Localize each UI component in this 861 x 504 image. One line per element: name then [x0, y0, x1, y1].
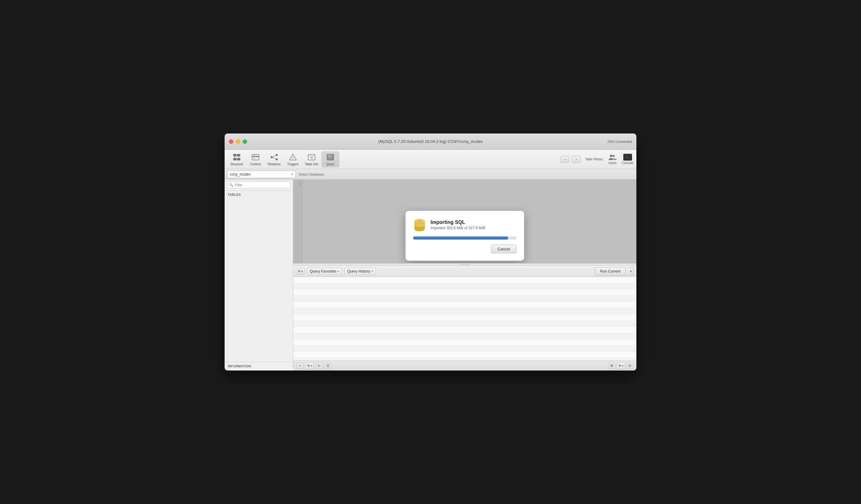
modal-subtitle: Imported 302.6 MiB of 327.9 MiB [430, 226, 485, 230]
gear-button[interactable]: ⚙ ▾ [296, 268, 304, 275]
status-right-gear[interactable]: ⚙ ▾ [616, 363, 625, 369]
cancel-button[interactable]: Cancel [491, 245, 517, 253]
db-selector-arrow: ▾ [291, 173, 293, 176]
svg-point-32 [416, 220, 423, 223]
nav-back-button[interactable]: ‹ [561, 156, 569, 163]
relations-button[interactable]: Relations [265, 151, 283, 167]
close-button[interactable] [229, 139, 233, 144]
resize-dot [466, 264, 467, 265]
sidebar: 🔍 TABLES INFORMATION [224, 180, 293, 370]
information-label: INFORMATION [228, 365, 290, 368]
resize-dot [468, 264, 469, 265]
nav-forward-button[interactable]: › [572, 156, 580, 163]
result-row [293, 302, 637, 308]
table-info-label: Table Info [305, 163, 318, 166]
users-icon [608, 154, 617, 161]
table-info-button[interactable]: Table Info [303, 151, 321, 167]
export-button[interactable]: ⊟ [626, 363, 633, 369]
svg-rect-3 [237, 158, 240, 160]
status-bar-right: ⊞ ⚙ ▾ ⊟ [608, 363, 633, 369]
resize-dot [465, 264, 465, 265]
filter-button[interactable]: ☰ [325, 363, 331, 369]
users-button[interactable]: Users [608, 154, 617, 165]
status-gear-icon: ⚙ [307, 364, 310, 368]
gear-icon: ⚙ [298, 269, 301, 273]
users-label: Users [608, 161, 616, 165]
table-info-icon [307, 153, 316, 162]
result-row [293, 358, 637, 360]
triggers-label: Triggers [287, 163, 299, 166]
main-window: (MySQL 5.7.25-0ubuntu0.18.04.2-log) CCNY… [224, 134, 637, 370]
maximize-button[interactable] [243, 139, 247, 144]
traffic-lights [229, 139, 247, 144]
right-panel: 1 [293, 180, 637, 370]
structure-button[interactable]: Structure [228, 151, 246, 167]
query-button[interactable]: SQL Query [321, 151, 339, 167]
result-row [293, 277, 637, 283]
content-label: Content [250, 163, 261, 166]
query-favorites-dropdown-icon: ▾ [338, 270, 339, 273]
sidebar-tables [224, 198, 293, 362]
toolbar: Structure Content [224, 150, 637, 169]
titlebar-right: SSH Connected [607, 140, 632, 144]
result-row [293, 333, 637, 339]
sidebar-filter: 🔍 [224, 180, 293, 191]
svg-line-15 [273, 158, 276, 159]
modal-overlay: Importing SQL Imported 302.6 MiB of 327.… [293, 180, 637, 263]
svg-rect-0 [233, 154, 236, 156]
relations-label: Relations [268, 163, 281, 166]
modal-header: Importing SQL Imported 302.6 MiB of 327.… [413, 218, 517, 231]
tables-label: TABLES [224, 191, 293, 198]
run-dropdown-button[interactable]: ▾ [628, 267, 634, 275]
svg-rect-10 [255, 156, 259, 157]
results-rows [293, 277, 637, 360]
query-history-button[interactable]: Query History ▾ [344, 268, 375, 275]
modal-actions: Cancel [413, 245, 517, 253]
console-button[interactable]: >_ Console [622, 154, 633, 165]
resize-dot [461, 264, 462, 265]
modal-title: Importing SQL [430, 220, 485, 225]
result-row [293, 289, 637, 296]
status-bar: + ⚙ ▾ ↻ ☰ ⊞ ⚙ ▾ ⊟ [293, 360, 637, 370]
run-current-button[interactable]: Run Current [595, 267, 626, 275]
query-icon: SQL [326, 153, 335, 162]
svg-text:SQL: SQL [328, 155, 332, 158]
result-row [293, 327, 637, 333]
gear-dropdown-icon: ▾ [301, 270, 303, 273]
result-row [293, 321, 637, 327]
result-row [293, 345, 637, 352]
triggers-icon [289, 153, 297, 162]
add-button[interactable]: + [296, 363, 303, 369]
content-icon [251, 153, 260, 162]
table-history-label: Table History [585, 158, 603, 161]
structure-label: Structure [231, 163, 243, 166]
svg-rect-2 [233, 158, 236, 160]
result-row [293, 352, 637, 358]
resize-handle[interactable] [293, 263, 637, 266]
status-right-gear-arrow: ▾ [622, 364, 624, 367]
result-row [293, 339, 637, 345]
db-selector[interactable]: ccny_mcdev ▾ [227, 171, 296, 178]
svg-point-28 [610, 155, 612, 157]
result-row [293, 308, 637, 314]
query-favorites-label: Query Favorites [310, 269, 336, 273]
triggers-button[interactable]: Triggers [284, 151, 302, 167]
status-gear-button[interactable]: ⚙ ▾ [305, 363, 314, 369]
bottom-toolbar: ⚙ ▾ Query Favorites ▾ Query History ▾ Ru… [293, 266, 637, 277]
svg-point-18 [292, 159, 293, 159]
console-icon: >_ [623, 154, 632, 161]
status-gear-arrow: ▾ [311, 364, 312, 367]
filter-input[interactable] [227, 181, 290, 188]
svg-point-12 [276, 154, 278, 156]
database-icon [413, 218, 426, 231]
minimize-button[interactable] [236, 139, 240, 144]
progress-bar-track [413, 236, 517, 240]
query-favorites-button[interactable]: Query Favorites ▾ [307, 268, 342, 275]
toolbar-right: ‹ › Table History Users >_ Console [561, 154, 633, 165]
result-row [293, 314, 637, 321]
refresh-button[interactable]: ↻ [316, 363, 323, 369]
db-selector-value: ccny_mcdev [230, 172, 251, 177]
status-right-gear-icon: ⚙ [618, 364, 621, 368]
content-button[interactable]: Content [246, 151, 264, 167]
columns-button[interactable]: ⊞ [608, 363, 615, 369]
